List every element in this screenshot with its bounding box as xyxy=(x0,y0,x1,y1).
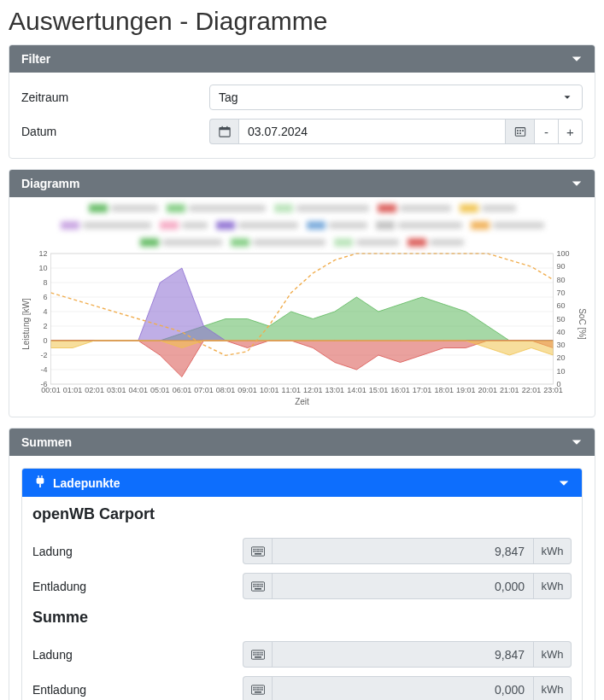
svg-rect-117 xyxy=(255,689,256,691)
svg-text:Zeit: Zeit xyxy=(295,397,309,406)
summe-title: Summe xyxy=(32,609,572,627)
svg-text:06:01: 06:01 xyxy=(173,386,192,394)
datum-label: Datum xyxy=(21,125,209,138)
svg-rect-93 xyxy=(255,586,256,587)
ladepunkte-header-label: Ladepunkte xyxy=(53,476,120,490)
svg-text:01:01: 01:01 xyxy=(63,386,83,394)
svg-rect-89 xyxy=(257,583,259,585)
svg-text:22:01: 22:01 xyxy=(522,386,542,394)
svg-rect-109 xyxy=(255,656,261,658)
data-value: 0,000 xyxy=(272,676,534,700)
svg-text:0: 0 xyxy=(43,336,47,345)
data-unit: kWh xyxy=(534,641,572,668)
svg-text:19:01: 19:01 xyxy=(456,386,476,394)
data-value: 0,000 xyxy=(272,573,534,599)
svg-rect-3 xyxy=(226,126,227,129)
svg-rect-8 xyxy=(517,132,519,134)
svg-rect-1 xyxy=(219,128,229,131)
svg-rect-101 xyxy=(257,651,259,653)
datum-row: Datum - + xyxy=(21,119,583,144)
svg-text:10:01: 10:01 xyxy=(260,386,279,394)
calendar-picker-icon[interactable] xyxy=(506,119,535,144)
svg-rect-116 xyxy=(253,689,255,691)
filter-header[interactable]: Filter xyxy=(9,45,595,73)
svg-text:05:01: 05:01 xyxy=(150,386,170,394)
svg-text:20:01: 20:01 xyxy=(478,386,498,394)
diagramm-card: Diagramm -6-4-20246810120102030405060708… xyxy=(9,169,595,417)
svg-rect-97 xyxy=(255,588,261,590)
svg-rect-103 xyxy=(261,651,263,653)
svg-rect-94 xyxy=(257,586,259,587)
chart-body: -6-4-2024681012010203040506070809010000:… xyxy=(9,197,595,417)
summen-header[interactable]: Summen xyxy=(9,429,595,456)
svg-rect-73 xyxy=(39,484,41,487)
svg-text:18:01: 18:01 xyxy=(434,386,454,394)
ladepunkte-body: openWB Carport Ladung9,847kWhEntladung0,… xyxy=(22,497,582,700)
chevron-down-icon xyxy=(558,477,570,489)
data-row: Ladung9,847kWh xyxy=(32,637,572,672)
svg-text:8: 8 xyxy=(43,278,47,287)
svg-rect-82 xyxy=(257,551,259,552)
svg-text:60: 60 xyxy=(557,301,566,310)
svg-text:17:01: 17:01 xyxy=(413,386,432,394)
date-prev-button[interactable]: - xyxy=(535,119,559,144)
svg-text:40: 40 xyxy=(557,328,566,336)
page-title: Auswertungen - Diagramme xyxy=(9,7,595,36)
svg-text:4: 4 xyxy=(43,307,47,316)
svg-text:07:01: 07:01 xyxy=(194,386,214,394)
calendar-icon[interactable] xyxy=(209,119,238,144)
svg-rect-6 xyxy=(519,130,521,131)
svg-rect-102 xyxy=(259,651,261,653)
svg-rect-105 xyxy=(255,654,256,656)
svg-rect-4 xyxy=(515,128,525,137)
filter-header-label: Filter xyxy=(21,52,50,66)
svg-rect-76 xyxy=(255,548,256,550)
data-row: Ladung9,847kWh xyxy=(32,534,572,569)
data-unit: kWh xyxy=(534,538,572,564)
data-label: Entladung xyxy=(32,683,243,697)
keyboard-icon xyxy=(243,641,272,668)
svg-text:23:01: 23:01 xyxy=(543,386,563,394)
svg-text:15:01: 15:01 xyxy=(369,386,389,394)
svg-rect-107 xyxy=(259,654,261,656)
svg-rect-75 xyxy=(253,548,255,550)
svg-rect-118 xyxy=(257,689,259,691)
svg-rect-100 xyxy=(255,651,256,653)
zeitraum-select[interactable]: Tag xyxy=(209,85,583,110)
data-unit: kWh xyxy=(534,573,572,599)
svg-text:00:01: 00:01 xyxy=(41,386,61,394)
svg-text:11:01: 11:01 xyxy=(281,386,301,394)
datum-input[interactable] xyxy=(238,119,506,144)
chevron-down-icon xyxy=(571,436,583,448)
chart-legend xyxy=(18,202,586,247)
data-value: 9,847 xyxy=(272,538,534,564)
svg-rect-81 xyxy=(255,551,256,552)
svg-rect-92 xyxy=(253,586,255,587)
svg-rect-78 xyxy=(259,548,261,550)
svg-rect-91 xyxy=(261,583,263,585)
svg-text:02:01: 02:01 xyxy=(85,386,104,394)
filter-card: Filter Zeitraum Tag Datum xyxy=(9,44,595,159)
svg-rect-111 xyxy=(253,686,255,688)
svg-rect-106 xyxy=(257,654,259,656)
svg-rect-85 xyxy=(255,553,261,555)
data-label: Ladung xyxy=(32,648,243,662)
svg-rect-90 xyxy=(259,583,261,585)
svg-rect-112 xyxy=(255,686,256,688)
svg-rect-9 xyxy=(519,132,521,134)
date-next-button[interactable]: + xyxy=(559,119,583,144)
svg-rect-70 xyxy=(37,478,44,484)
svg-rect-120 xyxy=(261,689,263,691)
svg-text:08:01: 08:01 xyxy=(216,386,236,394)
data-label: Entladung xyxy=(32,580,243,593)
diagramm-header[interactable]: Diagramm xyxy=(9,170,595,197)
plug-icon xyxy=(34,475,46,490)
svg-rect-113 xyxy=(257,686,259,688)
svg-text:2: 2 xyxy=(43,322,47,330)
ladepunkte-card: Ladepunkte openWB Carport Ladung9,847kWh… xyxy=(21,468,583,700)
svg-text:-2: -2 xyxy=(40,351,47,359)
ladepunkte-header[interactable]: Ladepunkte xyxy=(22,469,582,497)
svg-rect-96 xyxy=(261,586,263,587)
data-value: 9,847 xyxy=(272,641,534,668)
svg-rect-115 xyxy=(261,686,263,688)
